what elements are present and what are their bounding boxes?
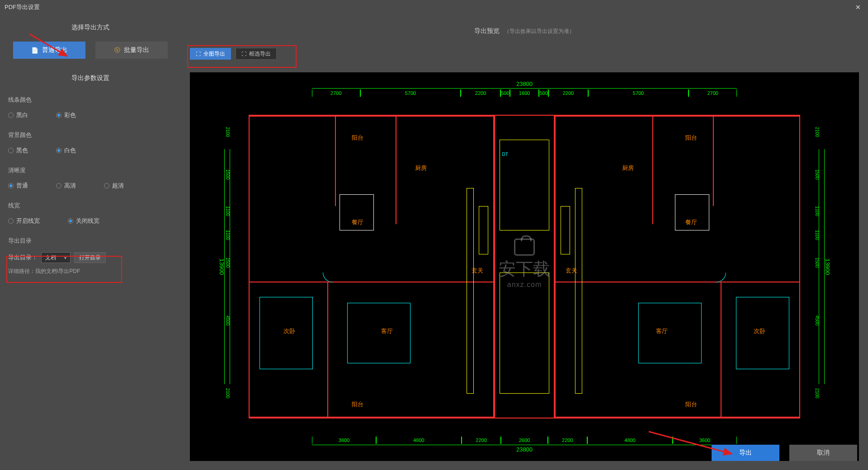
lineweight-group: 线宽 开启线宽 关闭线宽: [8, 202, 173, 225]
param-section-title: 导出参数设置: [8, 74, 173, 82]
export-dir-label: 导出目录: [8, 237, 173, 245]
unit-right: 阳台 厨房 餐厅 玄关 客厅 次卧 阳台: [555, 115, 800, 418]
preview-title: 导出预览: [474, 27, 500, 35]
export-dir-group: 导出目录 导出目录： 文档 ▾ 打开目录 详细路径：我的文档\导出PDF: [8, 237, 173, 275]
dim-total-width-b: 23800: [516, 446, 533, 453]
chevron-down-icon: ▾: [64, 255, 66, 260]
floor-plan: 阳台 厨房 餐厅 玄关 客厅 次卧 阳台: [249, 115, 800, 418]
preview-header: 导出预览 （导出效果以导出设置为准）: [181, 14, 868, 48]
main-area: 导出预览 （导出效果以导出设置为准） ⛶ 全图导出 ⛶ 框选导出 23800 2…: [181, 14, 868, 470]
dir-select-value: 文档: [45, 254, 56, 262]
bg-color-group: 背景颜色 黑色 白色: [8, 131, 173, 155]
radio-clarity-normal[interactable]: 普通: [8, 182, 28, 190]
normal-export-button[interactable]: 📄 普通导出: [13, 42, 85, 59]
footer: 导出 取消: [712, 445, 857, 461]
mode-section-title: 选择导出方式: [8, 24, 173, 32]
batch-export-label: 批量导出: [124, 46, 149, 54]
dim-top-segments: 2700 5700 2200 500 1600 500 2200 5700 27…: [312, 89, 737, 97]
radio-lw-off[interactable]: 关闭线宽: [68, 217, 99, 225]
batch-icon: Ⓥ: [114, 46, 120, 54]
unit-left: 阳台 厨房 餐厅 玄关 客厅 次卧 阳台: [249, 115, 494, 418]
dim-total-height-r: 13900: [824, 258, 831, 275]
dims-top: 23800 2700 5700 2200 500 1600 500 2200 5…: [190, 80, 859, 97]
radio-bg-white[interactable]: 白色: [56, 146, 76, 155]
normal-export-label: 普通导出: [42, 46, 67, 54]
titlebar: PDF导出设置 ✕: [0, 0, 868, 14]
radio-lw-on[interactable]: 开启线宽: [8, 217, 40, 225]
radio-clarity-hd[interactable]: 高清: [56, 182, 76, 190]
stair-core: DT: [494, 115, 555, 418]
line-color-group: 线条颜色 黑白 彩色: [8, 96, 173, 119]
lineweight-label: 线宽: [8, 202, 173, 210]
preview-hint: （导出效果以导出设置为准）: [504, 28, 575, 35]
line-color-label: 线条颜色: [8, 96, 173, 104]
open-dir-button[interactable]: 打开目录: [74, 252, 106, 263]
clarity-label: 清晰度: [8, 166, 173, 174]
radio-clarity-uhd[interactable]: 超清: [104, 182, 124, 190]
clarity-group: 清晰度 普通 高清 超清: [8, 166, 173, 190]
dir-row-label: 导出目录：: [8, 254, 38, 262]
window-title: PDF导出设置: [5, 3, 40, 11]
dim-bottom-segments: 3600 4800 2200 2600 2200 4800 3600: [312, 437, 737, 444]
dir-select[interactable]: 文档 ▾: [41, 252, 71, 263]
close-icon[interactable]: ✕: [853, 4, 863, 11]
batch-export-button[interactable]: Ⓥ 批量导出: [95, 42, 168, 59]
sidebar: 选择导出方式 📄 普通导出 Ⓥ 批量导出 导出参数设置 线条颜色 黑白 彩色 背…: [0, 14, 181, 470]
preview-canvas: 23800 2700 5700 2200 500 1600 500 2200 5…: [190, 72, 859, 461]
select-icon: ⛶: [241, 51, 246, 56]
export-button[interactable]: 导出: [712, 445, 779, 461]
extent-icon: ⛶: [196, 51, 201, 56]
preview-toolbar: ⛶ 全图导出 ⛶ 框选导出: [190, 48, 277, 60]
box-export-button[interactable]: ⛶ 框选导出: [236, 48, 277, 60]
radio-line-color[interactable]: 彩色: [56, 111, 76, 119]
dims-left-segments: 2100 1500 1100 1100 1500 4500 2100: [225, 115, 234, 418]
radio-line-bw[interactable]: 黑白: [8, 111, 28, 119]
radio-bg-black[interactable]: 黑色: [8, 146, 28, 155]
cancel-button[interactable]: 取消: [789, 445, 857, 461]
bg-color-label: 背景颜色: [8, 131, 173, 139]
dims-right-segments: 2100 1500 1100 1100 1500 4500 2100: [815, 115, 824, 418]
dim-total-width: 23800: [516, 80, 533, 87]
dir-path-line: 详细路径：我的文档\导出PDF: [8, 268, 173, 275]
full-export-button[interactable]: ⛶ 全图导出: [190, 48, 231, 60]
document-icon: 📄: [31, 47, 38, 54]
